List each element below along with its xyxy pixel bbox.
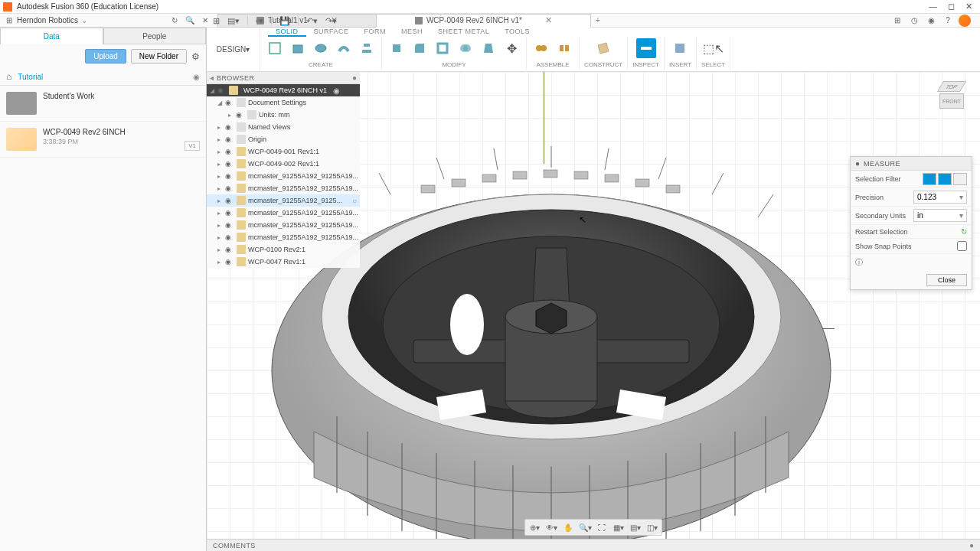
- group-label[interactable]: MODIFY: [442, 61, 466, 68]
- sweep-icon[interactable]: [334, 38, 354, 58]
- version-badge[interactable]: V1: [185, 141, 200, 151]
- expand-icon[interactable]: ▸: [217, 185, 225, 192]
- show-data-icon[interactable]: ▤▾: [227, 16, 240, 26]
- draft-icon[interactable]: [479, 38, 498, 58]
- visibility-icon[interactable]: ◉: [225, 135, 234, 143]
- breadcrumb-item[interactable]: Tutorial: [18, 73, 43, 81]
- browser-node[interactable]: ▸◉mcmaster_91255A192_9125...○: [207, 194, 360, 207]
- browser-node[interactable]: ▸◉mcmaster_91255A192_91255A19...: [207, 219, 360, 231]
- window-maximize-icon[interactable]: ◻: [948, 2, 955, 11]
- visibility-icon[interactable]: ◉: [217, 86, 227, 94]
- ribbon-tab-tools[interactable]: TOOLS: [497, 28, 537, 37]
- browser-node[interactable]: ▸◉WCP-0049-001 Rev1:1: [207, 145, 360, 158]
- expand-icon[interactable]: ▸: [217, 136, 225, 143]
- group-label[interactable]: CONSTRUCT: [584, 61, 622, 68]
- design-item[interactable]: WCP-0049 Rev2 6INCH 3:38:39 PM V1: [0, 122, 206, 158]
- visibility-icon[interactable]: ◉: [225, 99, 234, 106]
- zoom-icon[interactable]: 🔍▾: [577, 521, 593, 533]
- visibility-icon[interactable]: ◉: [225, 184, 234, 192]
- group-label[interactable]: INSPECT: [632, 61, 659, 68]
- shell-icon[interactable]: [433, 38, 452, 58]
- undo-icon[interactable]: ↶▾: [306, 16, 318, 26]
- expand-icon[interactable]: ▸: [217, 222, 225, 229]
- visibility-icon[interactable]: ◉: [225, 197, 234, 204]
- browser-node[interactable]: ▸◉mcmaster_91255A192_91255A19...: [207, 231, 360, 243]
- browser-root[interactable]: ◢ ◉ WCP-0049 Rev2 6INCH v1 ◉: [207, 84, 360, 96]
- loft-icon[interactable]: [357, 38, 377, 58]
- revolve-icon[interactable]: [311, 38, 331, 58]
- visibility-icon[interactable]: ◉: [225, 148, 234, 155]
- visibility-icon[interactable]: ◉: [225, 209, 234, 217]
- pin-icon[interactable]: ●: [352, 73, 357, 82]
- notifications-icon[interactable]: ◷: [908, 15, 920, 27]
- pan-icon[interactable]: ✋: [560, 521, 576, 533]
- workspace-switcher[interactable]: DESIGN ▾: [207, 28, 260, 71]
- filter-component-button[interactable]: [953, 173, 967, 185]
- orbit-icon[interactable]: ⊕▾: [527, 521, 542, 533]
- measure-icon[interactable]: [636, 38, 656, 58]
- view-cube[interactable]: TOP FRONT: [933, 80, 971, 118]
- window-close-icon[interactable]: ✕: [965, 2, 972, 11]
- viewport-canvas[interactable]: ↖ TOP FRONT ◂ BROWSER ● ◢ ◉ WCP-0049 Rev…: [207, 72, 980, 551]
- expand-icon[interactable]: ▸: [217, 246, 225, 253]
- visibility-icon[interactable]: ◉: [225, 233, 234, 241]
- browser-node[interactable]: ▸◉WCP-0047 Rev1:1: [207, 256, 360, 268]
- insert-icon[interactable]: [670, 38, 690, 58]
- team-dropdown-icon[interactable]: ⌄: [81, 16, 87, 24]
- user-avatar-icon[interactable]: [959, 15, 971, 27]
- expand-icon[interactable]: ▸: [217, 148, 225, 155]
- new-tab-button[interactable]: +: [590, 14, 606, 28]
- visibility-icon[interactable]: ◉: [225, 160, 234, 168]
- folder-settings-icon[interactable]: ◉: [193, 73, 200, 81]
- ribbon-tab-mesh[interactable]: MESH: [394, 28, 430, 37]
- browser-node[interactable]: ▸◉WCP-0049-002 Rev1:1: [207, 158, 360, 170]
- expand-icon[interactable]: ▸: [217, 124, 225, 131]
- visibility-icon[interactable]: ◉: [225, 221, 234, 229]
- browser-node[interactable]: ▸◉mcmaster_91255A192_91255A19...: [207, 182, 360, 194]
- restart-button[interactable]: ↻: [961, 227, 967, 236]
- select-icon[interactable]: ⬚↖: [704, 38, 724, 58]
- browser-node[interactable]: ▸◉mcmaster_91255A192_91255A19...: [207, 170, 360, 182]
- upload-button[interactable]: Upload: [85, 49, 126, 64]
- browser-node[interactable]: ▸◉Named Views: [207, 121, 360, 133]
- ribbon-tab-form[interactable]: FORM: [357, 28, 394, 37]
- combine-icon[interactable]: [456, 38, 475, 58]
- expand-icon[interactable]: ▸: [217, 234, 225, 241]
- joint-icon[interactable]: [531, 38, 551, 58]
- viewcube-front[interactable]: FRONT: [939, 93, 964, 109]
- group-label[interactable]: INSERT: [669, 61, 691, 68]
- expand-icon[interactable]: ▸: [228, 112, 236, 119]
- close-button[interactable]: Close: [926, 274, 967, 286]
- browser-collapse-icon[interactable]: ◂: [210, 73, 214, 82]
- comments-pin-icon[interactable]: ●: [969, 541, 974, 549]
- group-label[interactable]: CREATE: [309, 61, 333, 68]
- tab-close-icon[interactable]: ✕: [545, 15, 552, 25]
- fillet-icon[interactable]: [410, 38, 430, 58]
- visibility-icon[interactable]: ◉: [225, 123, 234, 131]
- browser-node[interactable]: ▸◉Origin: [207, 133, 360, 145]
- data-tab[interactable]: Data: [0, 28, 103, 44]
- visibility-icon[interactable]: ◉: [225, 246, 234, 253]
- expand-icon[interactable]: ◢: [210, 87, 217, 94]
- radio-icon[interactable]: ○: [352, 197, 357, 205]
- expand-icon[interactable]: ◢: [217, 99, 225, 106]
- display-icon[interactable]: ▦▾: [611, 521, 626, 533]
- viewport-icon[interactable]: ◫▾: [645, 521, 660, 533]
- precision-select[interactable]: 0.123▾: [913, 191, 967, 204]
- as-built-joint-icon[interactable]: [554, 38, 574, 58]
- grid-icon[interactable]: ▤▾: [628, 521, 643, 533]
- settings-icon[interactable]: ⚙: [191, 51, 200, 62]
- expand-icon[interactable]: ▸: [217, 173, 225, 180]
- ribbon-tab-sheetmetal[interactable]: SHEET METAL: [430, 28, 497, 37]
- press-pull-icon[interactable]: [387, 38, 407, 58]
- extrude-icon[interactable]: [288, 38, 308, 58]
- new-folder-button[interactable]: New Folder: [131, 49, 187, 64]
- search-icon[interactable]: 🔍: [184, 15, 196, 27]
- team-name[interactable]: Herndon Robotics: [17, 16, 78, 24]
- look-icon[interactable]: 👁▾: [544, 521, 559, 533]
- construct-plane-icon[interactable]: [593, 38, 613, 58]
- viewcube-top[interactable]: TOP: [937, 81, 966, 92]
- expand-icon[interactable]: ▸: [217, 210, 225, 217]
- browser-node[interactable]: ◢◉Document Settings: [207, 96, 360, 109]
- visibility-icon[interactable]: ◉: [225, 172, 234, 180]
